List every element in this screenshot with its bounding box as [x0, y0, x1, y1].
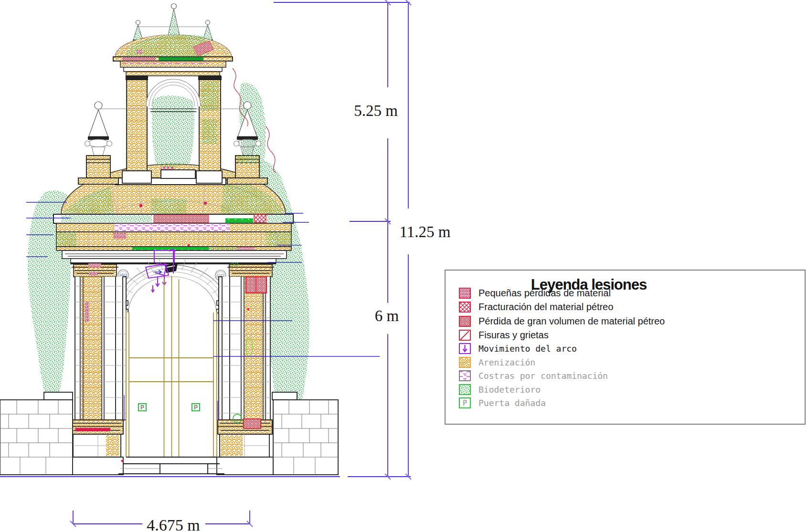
legend-item-label: Biodeterioro: [478, 385, 541, 395]
dim-total-height: 11.25 m: [400, 223, 451, 240]
legend-item-pequenas-perdidas: Pequeñas pérdidas de material: [459, 287, 611, 299]
legend-item-label: Costras por contaminación: [478, 371, 608, 381]
legend-item-arenizacion: Arenización: [459, 356, 535, 368]
legend-item-fisuras: Fisuras y grietas: [459, 329, 549, 341]
door: P P: [126, 276, 217, 457]
door-damage-mark-right: P: [192, 404, 200, 411]
legend-item-biodeterioro: Biodeterioro: [459, 383, 541, 396]
threshold: [118, 457, 224, 474]
belfry-niche: [146, 79, 201, 178]
column-right: [219, 277, 270, 420]
door-p-swatch-icon: P: [459, 397, 471, 408]
legend-box: Leyenda lesiones Pequeñas pérdidas de ma…: [445, 270, 806, 425]
red-hatch-swatch-icon: [459, 316, 471, 327]
red-crosshatch-swatch-icon: [459, 302, 471, 313]
dim-lower-height: 6 m: [375, 307, 399, 324]
red-speckle-swatch-icon: [459, 288, 471, 299]
legend-item-label: Puerta dañada: [478, 398, 546, 408]
purple-arrow-swatch-icon: [459, 343, 471, 354]
door-p-left: P: [140, 404, 144, 411]
legend-item-label: Arenización: [478, 357, 535, 367]
green-speckle-swatch-icon: [459, 384, 471, 395]
legend-item-label: Fisuras y grietas: [478, 330, 549, 341]
legend-item-label: Pequeñas pérdidas de material: [478, 288, 611, 299]
orange-speckle-swatch-icon: [459, 357, 471, 368]
red-diagonal-swatch-icon: [459, 330, 471, 341]
dim-door-width: 4.675 m: [147, 516, 200, 532]
legend-item-movimiento-arco: Movimiento del arco: [459, 342, 577, 355]
door-damage-mark-left: P: [138, 404, 146, 411]
legend-item-label: Fracturación del material pétreo: [478, 302, 613, 313]
svg-text:P: P: [463, 399, 467, 407]
legend-item-fracturacion: Fracturación del material pétreo: [459, 301, 613, 313]
column-left: [75, 277, 126, 420]
legend-item-costras: Costras por contaminación: [459, 369, 608, 382]
portal-elevation-drawing: AÑO 1771: [0, 0, 808, 532]
wall-left: [0, 392, 73, 475]
door-p-right: P: [194, 404, 198, 411]
legend-item-label: Movimiento del arco: [478, 344, 577, 354]
finial-ball: [171, 4, 177, 9]
medallion-left-text: AÑO: [120, 273, 127, 277]
wall-right: [272, 392, 338, 475]
dim-upper-height: 5.25 m: [354, 102, 398, 119]
legend-item-label: Pérdida de gran volumen de material pétr…: [478, 316, 665, 327]
legend-item-perdida-gran-volumen: Pérdida de gran volumen de material pétr…: [459, 315, 665, 327]
damage-map-screenshot: AÑO 1771: [0, 0, 808, 532]
violet-dashes-swatch-icon: [459, 370, 471, 381]
legend-item-puerta-danada: P Puerta dañada: [459, 396, 546, 409]
